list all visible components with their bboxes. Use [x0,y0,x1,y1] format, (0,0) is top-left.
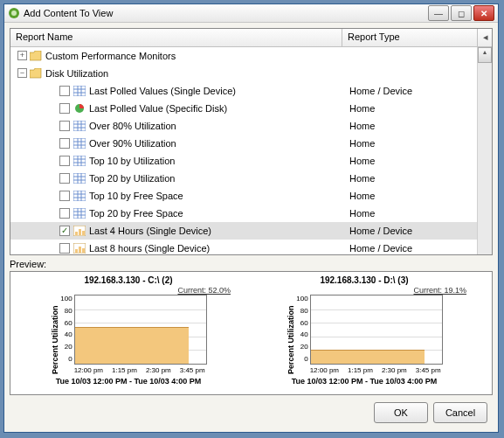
report-type: Home / Device [346,243,477,254]
chart-title: 192.168.3.130 - C:\ (2) [84,275,172,285]
svg-rect-13 [73,138,86,149]
chart-yaxis: 100806040200 [60,295,73,363]
svg-rect-28 [73,191,86,201]
chart-current: Current: 52.0% [177,286,231,295]
table-row[interactable]: Top 20 by Free SpaceHome [10,205,477,222]
table-row[interactable]: Over 90% UtilizationHome [10,135,477,152]
table-row[interactable]: Last Polled Values (Single Device)Home /… [10,82,477,100]
report-checkbox[interactable] [59,121,70,131]
maximize-button[interactable]: ◻ [451,5,472,21]
report-checkbox[interactable] [59,208,70,219]
report-type: Home / Device [346,226,477,236]
cancel-button[interactable]: Cancel [433,402,487,423]
report-grid: Report Name Report Type ◂ +Custom Perfor… [10,28,493,255]
svg-rect-44 [79,247,81,253]
chart: 192.168.3.130 - D:\ (3)Current: 19.1%Per… [255,275,473,391]
table-row[interactable]: Top 10 by UtilizationHome [10,152,477,170]
column-report-type[interactable]: Report Type [342,29,478,46]
chart-footer: Tue 10/03 12:00 PM - Tue 10/03 4:00 PM [292,377,438,386]
vertical-scrollbar[interactable]: ▴ ▾ [477,47,492,254]
table-row[interactable]: Last 8 hours (Single Device)Home / Devic… [10,240,477,254]
report-name: Over 90% Utilization [89,138,176,149]
collapse-icon[interactable]: − [17,68,27,78]
scroll-track[interactable] [478,63,492,254]
dialog-content: Report Name Report Type ◂ +Custom Perfor… [4,23,498,432]
report-name: Top 10 by Free Space [89,191,183,201]
report-name: Last Polled Value (Specific Disk) [89,103,227,114]
report-checkbox[interactable] [59,243,70,254]
report-name: Top 10 by Utilization [89,156,175,166]
report-name: Top 20 by Free Space [89,208,183,219]
ok-button[interactable]: OK [374,402,428,423]
svg-rect-43 [75,249,78,253]
report-checkbox[interactable] [59,138,70,149]
table-row[interactable]: Top 10 by Free SpaceHome [10,187,477,205]
report-type: Home [346,191,477,201]
chart-plot [74,295,207,365]
svg-rect-39 [75,232,78,235]
chart-ylabel: Percent Utilization [286,295,296,374]
report-type: Home [346,156,477,166]
preview-label: Preview: [10,259,493,269]
grid-header: Report Name Report Type ◂ [10,29,492,47]
table-row[interactable]: −Disk Utilization [10,65,477,82]
report-type: Home [346,103,477,114]
chart: 192.168.3.130 - C:\ (2)Current: 52.0%Per… [19,275,238,391]
table-row[interactable]: Over 80% UtilizationHome [10,117,477,135]
report-name: Last 4 Hours (Single Device) [89,226,211,236]
svg-rect-2 [73,86,86,96]
svg-point-1 [11,10,17,16]
group-label: Custom Performance Monitors [45,51,176,61]
chart-plot [310,295,443,365]
report-checkbox[interactable] [59,191,70,201]
table-row[interactable]: ✓Last 4 Hours (Single Device)Home / Devi… [10,222,477,240]
report-name: Top 20 by Utilization [89,173,175,184]
report-type: Home [346,138,477,149]
report-name: Last Polled Values (Single Device) [89,86,236,96]
table-row[interactable]: Top 20 by UtilizationHome [10,170,477,187]
grid-body: +Custom Performance Monitors−Disk Utiliz… [10,47,492,254]
svg-rect-45 [82,248,85,253]
column-report-name[interactable]: Report Name [10,29,342,46]
table-row[interactable]: +Custom Performance Monitors [10,47,477,65]
report-name: Last 8 hours (Single Device) [89,243,210,254]
report-checkbox[interactable] [59,156,70,166]
scroll-up-button[interactable]: ▴ [478,47,492,63]
svg-rect-41 [82,231,85,235]
report-type: Home [346,173,477,184]
minimize-button[interactable]: — [428,5,449,21]
dialog-window: Add Content To View — ◻ ✕ Report Name Re… [3,3,499,433]
chart-current: Current: 19.1% [413,286,466,295]
report-checkbox[interactable] [59,86,70,96]
report-checkbox[interactable] [59,103,70,114]
button-row: OK Cancel [10,395,493,427]
app-icon [8,7,20,19]
report-type: Home [346,121,477,131]
chart-footer: Tue 10/03 12:00 PM - Tue 10/03 4:00 PM [56,377,202,386]
svg-rect-18 [73,156,86,166]
column-end-marker[interactable]: ◂ [478,29,492,46]
close-button[interactable]: ✕ [473,5,494,21]
window-title: Add Content To View [24,8,426,18]
group-label: Disk Utilization [45,68,108,79]
chart-ylabel: Percent Utilization [50,295,60,374]
chart-title: 192.168.3.130 - D:\ (3) [320,275,408,285]
chart-xaxis: 12:00 pm1:15 pm2:30 pm3:45 pm [310,366,441,374]
report-type: Home [346,208,477,219]
report-type: Home / Device [346,86,477,96]
titlebar[interactable]: Add Content To View — ◻ ✕ [4,4,498,23]
svg-rect-8 [73,121,86,131]
svg-rect-33 [73,208,86,219]
svg-rect-40 [79,229,81,235]
report-name: Over 80% Utilization [89,121,176,131]
preview-area: 192.168.3.130 - C:\ (2)Current: 52.0%Per… [10,271,493,395]
chart-yaxis: 100806040200 [296,295,309,363]
report-checkbox[interactable]: ✓ [59,226,70,236]
table-row[interactable]: Last Polled Value (Specific Disk)Home [10,100,477,117]
expand-icon[interactable]: + [17,51,27,60]
report-checkbox[interactable] [59,173,70,184]
svg-rect-23 [73,173,86,184]
chart-xaxis: 12:00 pm1:15 pm2:30 pm3:45 pm [74,366,205,374]
